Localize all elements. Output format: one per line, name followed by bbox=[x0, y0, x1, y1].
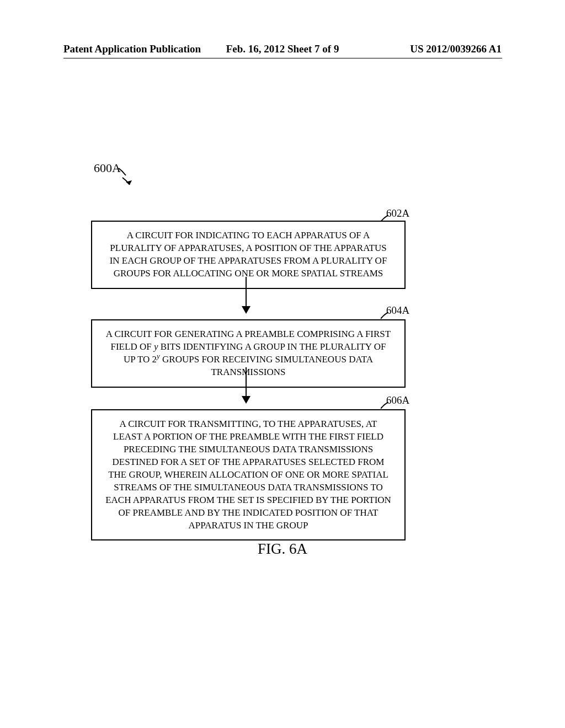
connector-line bbox=[246, 367, 247, 400]
box-reference-label: 606A bbox=[386, 394, 409, 406]
header-divider bbox=[63, 58, 502, 58]
box-text: A CIRCUIT FOR TRANSMITTING, TO THE APPAR… bbox=[105, 419, 391, 531]
box-text: A CIRCUIT FOR INDICATING TO EACH APPARAT… bbox=[110, 230, 387, 279]
arrowhead-down-icon bbox=[242, 306, 250, 314]
box-reference-label: 602A bbox=[386, 207, 409, 220]
figure-caption: FIG. 6A bbox=[0, 540, 565, 558]
header-right-text: US 2012/0039266 A1 bbox=[355, 43, 502, 55]
header-center-text: Feb. 16, 2012 Sheet 7 of 9 bbox=[210, 43, 356, 55]
box-text-part: GROUPS FOR RECEIVING SIMULTANEOUS DATA T… bbox=[160, 354, 373, 377]
box-text-superscript-y: y bbox=[157, 352, 160, 360]
flowchart-reference-arrow-icon bbox=[116, 165, 138, 188]
svg-marker-2 bbox=[242, 396, 250, 404]
connector-line bbox=[246, 277, 247, 310]
header-left-text: Patent Application Publication bbox=[63, 43, 210, 55]
box-reference-label: 604A bbox=[386, 304, 409, 317]
page-header: Patent Application Publication Feb. 16, … bbox=[0, 43, 565, 55]
flowchart-box-604: A CIRCUIT FOR GENERATING A PREAMBLE COMP… bbox=[91, 319, 406, 388]
flowchart-box-606: A CIRCUIT FOR TRANSMITTING, TO THE APPAR… bbox=[91, 409, 406, 540]
arrowhead-down-icon bbox=[242, 396, 250, 404]
flowchart-box-602: A CIRCUIT FOR INDICATING TO EACH APPARAT… bbox=[91, 221, 406, 289]
svg-marker-1 bbox=[242, 306, 250, 314]
